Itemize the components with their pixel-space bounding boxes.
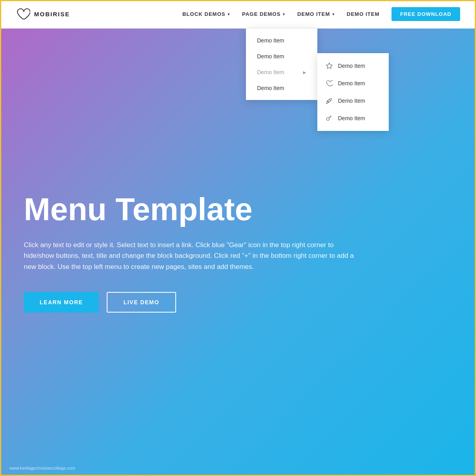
chevron-down-icon: ▾ [228, 12, 230, 16]
secondary-dropdown: Demo Item Demo Item Demo Item [317, 53, 389, 131]
brand-name: MOBIRISE [34, 11, 70, 17]
chevron-down-icon: ▾ [332, 12, 335, 16]
svg-point-1 [329, 100, 330, 100]
star-icon [325, 62, 333, 70]
live-demo-button[interactable]: LIVE DEMO [107, 292, 176, 313]
hero-description: Click any text to edit or style it. Sele… [24, 240, 365, 272]
chevron-down-icon: ▾ [283, 12, 285, 16]
sub-dropdown-item-2[interactable]: Demo Item [317, 75, 389, 92]
nav-item-demo-item-1[interactable]: DEMO ITEM ▾ [297, 11, 335, 17]
nav-item-demo-item-2[interactable]: DEMO ITEM [347, 11, 380, 17]
nav-links: BLOCK DEMOS ▾ PAGE DEMOS ▾ DEMO ITEM ▾ D… [182, 7, 460, 21]
nav-item-block-demos[interactable]: BLOCK DEMOS ▾ [182, 11, 230, 17]
sub-menu-arrow-icon: ▶ [303, 70, 306, 75]
navbar: MOBIRISE BLOCK DEMOS ▾ PAGE DEMOS ▾ DEMO… [0, 0, 476, 29]
hero-section: Menu Template Click any text to edit or … [0, 29, 476, 476]
learn-more-button[interactable]: LEARN MORE [24, 292, 99, 313]
dropdown-item-1[interactable]: Demo Item [246, 33, 317, 48]
rocket-icon [325, 97, 333, 105]
nav-item-page-demos[interactable]: PAGE DEMOS ▾ [242, 11, 285, 17]
key-icon [325, 114, 333, 122]
dropdown-item-3-with-sub[interactable]: Demo Item ▶ [246, 64, 317, 80]
sub-dropdown-item-4[interactable]: Demo Item [317, 109, 389, 127]
dropdown-item-4[interactable]: Demo Item [246, 80, 317, 96]
svg-marker-0 [326, 63, 332, 69]
brand: MOBIRISE [16, 7, 70, 21]
watermark-text: www.heritagechristiancollege.com [10, 466, 75, 470]
primary-dropdown: Demo Item Demo Item Demo Item ▶ Demo Ite… [246, 29, 317, 100]
hero-buttons: LEARN MORE LIVE DEMO [24, 292, 452, 313]
heart-logo-icon [16, 7, 30, 21]
free-download-button[interactable]: FREE DOWNLOAD [392, 7, 460, 21]
heart-icon [325, 79, 333, 87]
sub-dropdown-item-1[interactable]: Demo Item [317, 57, 389, 75]
dropdown-item-2[interactable]: Demo Item [246, 48, 317, 64]
hero-title: Menu Template [24, 192, 301, 227]
sub-dropdown-item-3[interactable]: Demo Item [317, 92, 389, 109]
